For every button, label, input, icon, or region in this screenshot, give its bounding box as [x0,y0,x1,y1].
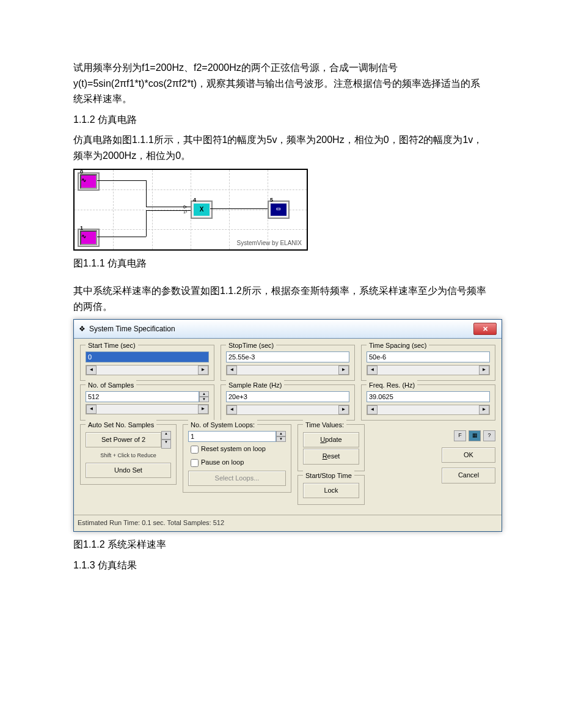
close-button[interactable]: ✕ [473,323,497,335]
freq-res-scroll[interactable]: ◄► [367,405,490,415]
paragraph-1: 试用频率分别为f1=200Hz、f2=2000Hz的两个正弦信号源，合成一调制信… [73,60,489,107]
freq-res-input[interactable] [367,391,490,402]
time-spacing-label: Time Spacing (sec) [367,340,429,351]
time-values-label: Time Values: [303,420,346,431]
shift-note: Shift + Click to Reduce [86,451,171,460]
set-power-button[interactable]: Set Power of 2 [86,432,161,448]
multiplier-token-4: 4X [191,200,213,219]
pause-loop-checkbox[interactable]: Pause on loop [188,457,286,469]
samples-scroll[interactable]: ◄► [86,404,209,414]
undo-set-button[interactable]: Undo Set [86,463,171,479]
cancel-button[interactable]: Cancel [442,468,495,483]
caption-2: 图1.1.2 系统采样速率 [73,537,489,553]
source-token-1: 1∿ [78,229,100,247]
update-button[interactable]: Update [303,432,359,448]
samples-spinner[interactable]: ▲▼ [199,391,209,402]
paragraph-2: 仿真电路如图1.1.1所示，其中图符1的幅度为5v，频率为200Hz，相位为0，… [73,132,489,163]
sink-token-5: 5▭ [268,200,290,219]
help-button[interactable]: ? [483,430,495,441]
reset-button[interactable]: Reset [303,449,359,465]
lock-button[interactable]: Lock [303,483,359,499]
start-time-label: Start Time (sec) [86,340,138,351]
ok-button[interactable]: OK [442,447,495,463]
loops-label: No. of System Loops: [188,420,257,431]
caption-1: 图1.1.1 仿真电路 [73,256,489,271]
start-time-scroll[interactable]: ◄► [86,365,209,375]
sample-rate-scroll[interactable]: ◄► [226,405,349,415]
system-time-dialog: ❖System Time Specification ✕ Start Time … [73,319,502,532]
dialog-icon: ❖ [79,323,86,335]
sample-rate-input[interactable] [226,391,349,402]
freq-res-label: Freq. Res. (Hz) [367,380,417,391]
source-token-0: 0∿ [78,172,100,191]
start-time-input[interactable] [86,351,209,362]
circuit-diagram: 0∿ 1∿ 4X 5▭ 0› 1› SystemView by ELANIX [73,169,308,251]
status-bar: Estimated Run Time: 0.1 sec. Total Sampl… [74,515,502,531]
stop-time-label: StopTime (sec) [226,340,276,351]
samples-label: No. of Samples [86,380,136,391]
set-power-spinner[interactable]: ▲▼ [161,431,171,449]
dialog-title: System Time Specification [89,323,175,335]
select-loops-button[interactable]: Select Loops... [188,471,286,487]
heading-112: 1.1.2 仿真电路 [73,112,489,128]
stop-time-scroll[interactable]: ◄► [226,365,349,375]
heading-113: 1.1.3 仿真结果 [73,557,489,573]
startstop-label: Start/Stop Time [303,471,354,482]
autoset-label: Auto Set No. Samples [86,420,156,431]
elanix-credit: SystemView by ELANIX [236,238,302,248]
calc-icon[interactable]: ▦ [469,430,481,441]
paragraph-3: 其中系统采样速率的参数设置如图1.1.2所示，根据奈奎斯特频率，系统采样速率至少… [73,283,489,314]
sample-rate-label: Sample Rate (Hz) [226,380,284,391]
time-spacing-scroll[interactable]: ◄► [367,365,490,375]
loops-spinner[interactable]: ▲▼ [276,431,286,442]
stop-time-input[interactable] [226,351,349,362]
dialog-titlebar[interactable]: ❖System Time Specification ✕ [74,320,502,339]
samples-input[interactable] [86,391,199,402]
loops-input[interactable] [188,431,276,442]
time-spacing-input[interactable] [367,351,490,362]
f-button[interactable]: F [454,430,466,441]
reset-loop-checkbox[interactable]: Reset system on loop [188,444,286,455]
